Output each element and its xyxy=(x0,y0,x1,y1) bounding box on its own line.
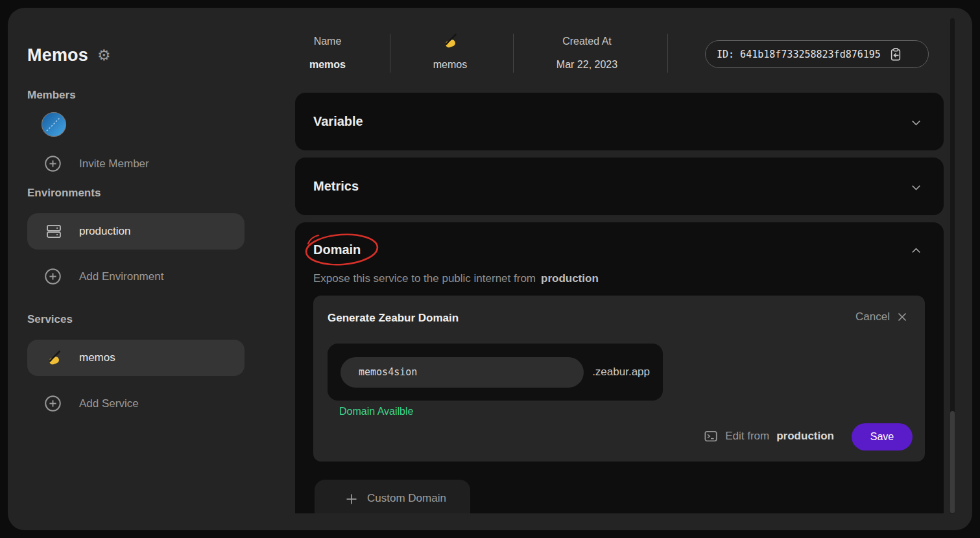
chevron-down-icon[interactable] xyxy=(910,117,922,129)
environment-item-label: production xyxy=(79,225,130,238)
custom-domain-label: Custom Domain xyxy=(367,492,446,505)
add-environment-button[interactable]: Add Environment xyxy=(44,268,163,285)
plus-circle-icon xyxy=(44,395,62,412)
metrics-panel[interactable]: Metrics xyxy=(295,158,944,215)
add-service-button[interactable]: Add Service xyxy=(44,395,139,412)
sidebar-item-environment-production[interactable]: production xyxy=(27,213,245,250)
name-column-label: Name xyxy=(276,36,379,47)
project-title: Memos xyxy=(27,45,88,65)
domain-subtitle-environment: production xyxy=(541,272,599,285)
domain-panel[interactable]: Domain Expose this service to the public… xyxy=(295,222,944,513)
invite-member-label: Invite Member xyxy=(79,158,149,170)
chevron-up-icon[interactable] xyxy=(910,244,922,257)
service-name-value: memos xyxy=(276,59,379,71)
custom-domain-button[interactable]: Custom Domain xyxy=(315,480,470,513)
domain-availability-status: Domain Availble xyxy=(339,406,413,417)
metrics-panel-title: Metrics xyxy=(313,179,359,194)
add-service-label: Add Service xyxy=(79,397,139,410)
domain-subtitle: Expose this service to the public intern… xyxy=(313,272,536,285)
variable-panel[interactable]: Variable xyxy=(295,93,944,150)
writing-hand-emoji xyxy=(442,32,459,49)
generate-domain-card-title: Generate Zeabur Domain xyxy=(328,312,459,325)
created-at-value: Mar 22, 2023 xyxy=(525,59,649,71)
generate-domain-card: Generate Zeabur Domain Cancel .zeabur.ap… xyxy=(313,296,925,462)
terminal-icon xyxy=(704,429,718,443)
service-icon-caption: memos xyxy=(398,59,502,71)
domain-input[interactable] xyxy=(341,357,584,388)
service-id-text: ID: 641b18f733258823fd876195 xyxy=(717,49,881,60)
service-item-label: memos xyxy=(79,351,115,364)
save-button[interactable]: Save xyxy=(852,423,913,450)
edit-from-label: Edit from xyxy=(725,430,769,443)
add-environment-label: Add Environment xyxy=(79,270,163,283)
service-id-pill[interactable]: ID: 641b18f733258823fd876195 xyxy=(705,40,929,68)
plus-circle-icon xyxy=(44,268,62,285)
project-page: Memos ⚙ Members Invite Member Environmen… xyxy=(0,0,980,538)
project-settings-gear-icon[interactable]: ⚙ xyxy=(97,48,111,63)
plus-circle-icon xyxy=(44,155,62,172)
scrollbar-thumb[interactable] xyxy=(950,411,955,513)
cancel-label: Cancel xyxy=(855,310,890,323)
variable-panel-title: Variable xyxy=(313,114,363,129)
member-avatar[interactable] xyxy=(41,111,67,137)
header-divider xyxy=(667,34,668,73)
server-icon xyxy=(45,223,62,240)
clipboard-copy-icon xyxy=(889,47,902,62)
created-at-label: Created At xyxy=(525,36,649,47)
environments-section-heading: Environments xyxy=(27,187,101,200)
close-icon xyxy=(897,312,907,322)
domain-input-group: .zeabur.app xyxy=(328,344,663,401)
chevron-down-icon[interactable] xyxy=(910,181,922,194)
domain-panel-title: Domain xyxy=(313,242,361,257)
members-section-heading: Members xyxy=(27,89,76,102)
cancel-button[interactable]: Cancel xyxy=(855,310,907,323)
writing-hand-emoji xyxy=(45,349,62,366)
services-section-heading: Services xyxy=(27,313,73,326)
header-divider xyxy=(513,34,514,73)
edit-from-row[interactable]: Edit from production xyxy=(704,423,834,450)
edit-from-environment: production xyxy=(776,430,834,443)
domain-suffix: .zeabur.app xyxy=(592,366,650,379)
sidebar-item-service-memos[interactable]: memos xyxy=(27,340,245,376)
plus-icon xyxy=(346,493,357,505)
invite-member-button[interactable]: Invite Member xyxy=(44,155,149,172)
header-divider xyxy=(390,34,390,73)
